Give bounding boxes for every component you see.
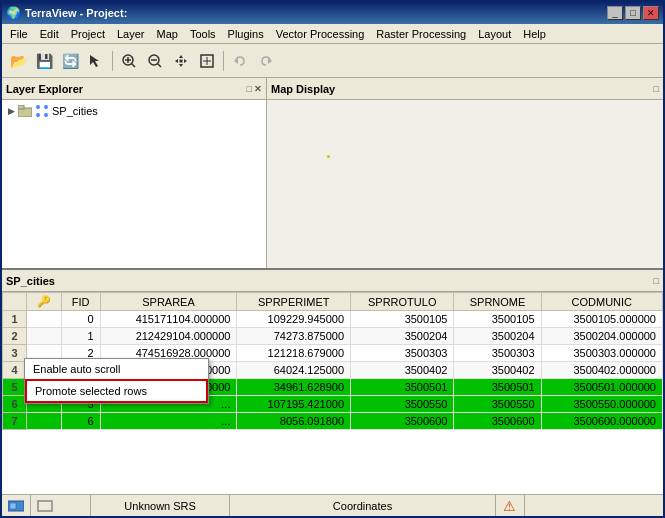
- row-sprperimet: 107195.421000: [237, 396, 351, 413]
- col-header-fid[interactable]: FID: [61, 293, 100, 311]
- status-icon-section-2: [31, 495, 91, 516]
- layer-panel-restore-button[interactable]: □: [247, 84, 252, 94]
- col-header-sprperimet[interactable]: SPRPERIMET: [237, 293, 351, 311]
- row-number: 7: [3, 413, 27, 430]
- col-header-sprarea[interactable]: SPRAREA: [100, 293, 237, 311]
- menu-bar: File Edit Project Layer Map Tools Plugin…: [2, 24, 663, 44]
- svg-marker-8: [179, 64, 183, 67]
- svg-marker-10: [184, 59, 187, 63]
- col-header-codmunic[interactable]: CODMUNIC: [541, 293, 662, 311]
- expand-icon: ▶: [8, 106, 15, 116]
- menu-tools[interactable]: Tools: [184, 26, 222, 42]
- layer-panel-close-button[interactable]: ✕: [254, 84, 262, 94]
- status-left-icon: [8, 498, 24, 514]
- zoom-in-button[interactable]: [117, 49, 141, 73]
- map-panel-header: Map Display □: [267, 78, 663, 100]
- row-sprnome: 3500204: [454, 328, 541, 345]
- status-coords: Coordinates: [230, 495, 496, 516]
- table-restore-button[interactable]: □: [654, 276, 659, 286]
- table-row[interactable]: 1 0 415171104.000000 109229.945000 35001…: [3, 311, 663, 328]
- col-header-sprnome[interactable]: SPRNOME: [454, 293, 541, 311]
- status-warning-section: ⚠: [496, 495, 525, 516]
- menu-plugins[interactable]: Plugins: [222, 26, 270, 42]
- table-row[interactable]: 7 6 ... 8056.091800 3500600 3500600 3500…: [3, 413, 663, 430]
- status-srs: Unknown SRS: [91, 495, 230, 516]
- table-scroll[interactable]: 🔑 FID SPRAREA SPRPERIMET SPRROTULO SPRNO…: [2, 292, 663, 498]
- col-header-rownum: [3, 293, 27, 311]
- row-fid: 0: [61, 311, 100, 328]
- layer-vector-icon: [35, 104, 49, 118]
- row-sprperimet: 8056.091800: [237, 413, 351, 430]
- undo-button[interactable]: [228, 49, 252, 73]
- row-sprnome: 3500501: [454, 379, 541, 396]
- toolbar-separator-2: [223, 51, 224, 71]
- layer-group-icon: [18, 105, 32, 117]
- table-row[interactable]: 2 1 212429104.000000 74273.875000 350020…: [3, 328, 663, 345]
- status-right: [525, 495, 663, 516]
- minimize-button[interactable]: _: [607, 6, 623, 20]
- svg-rect-25: [38, 501, 52, 511]
- save-button[interactable]: 💾: [32, 49, 56, 73]
- row-key-cell: [27, 311, 61, 328]
- status-bar: Unknown SRS Coordinates ⚠: [2, 494, 663, 516]
- menu-raster-processing[interactable]: Raster Processing: [370, 26, 472, 42]
- context-menu: Enable auto scroll Promote selected rows: [24, 358, 209, 404]
- svg-marker-9: [175, 59, 178, 63]
- row-number: 1: [3, 311, 27, 328]
- window-title: TerraView - Project:: [25, 7, 127, 19]
- table-title: SP_cities: [6, 275, 55, 287]
- context-menu-auto-scroll[interactable]: Enable auto scroll: [25, 359, 208, 379]
- pan-button[interactable]: [169, 49, 193, 73]
- menu-vector-processing[interactable]: Vector Processing: [270, 26, 371, 42]
- map-panel-restore-button[interactable]: □: [654, 84, 659, 94]
- svg-point-19: [36, 105, 40, 109]
- svg-point-22: [44, 113, 48, 117]
- layer-name: SP_cities: [52, 105, 98, 117]
- reload-button[interactable]: 🔄: [58, 49, 82, 73]
- row-sprrotulo: 3500402: [351, 362, 454, 379]
- srs-label: Unknown SRS: [124, 500, 196, 512]
- toolbar: 📂 💾 🔄: [2, 44, 663, 78]
- row-codmunic: 3500600.000000: [541, 413, 662, 430]
- row-sprnome: 3500402: [454, 362, 541, 379]
- row-sprrotulo: 3500550: [351, 396, 454, 413]
- svg-rect-18: [18, 105, 24, 109]
- row-fid: 6: [61, 413, 100, 430]
- row-sprperimet: 74273.875000: [237, 328, 351, 345]
- zoom-out-button[interactable]: [143, 49, 167, 73]
- menu-edit[interactable]: Edit: [34, 26, 65, 42]
- row-sprarea: 415171104.000000: [100, 311, 237, 328]
- menu-layout[interactable]: Layout: [472, 26, 517, 42]
- svg-line-1: [132, 63, 136, 67]
- status-second-icon: [37, 498, 53, 514]
- map-panel-title: Map Display: [271, 83, 335, 95]
- svg-marker-7: [179, 55, 183, 58]
- redo-button[interactable]: [254, 49, 278, 73]
- row-sprperimet: 109229.945000: [237, 311, 351, 328]
- warning-icon: ⚠: [502, 498, 518, 514]
- menu-file[interactable]: File: [4, 26, 34, 42]
- row-key-cell: [27, 328, 61, 345]
- menu-help[interactable]: Help: [517, 26, 552, 42]
- zoom-extent-button[interactable]: [195, 49, 219, 73]
- col-header-sprrotulo[interactable]: SPRROTULO: [351, 293, 454, 311]
- table-container: SP_cities □ 🔑 FID SPRAREA SPRPERIMET: [2, 268, 663, 498]
- svg-point-21: [36, 113, 40, 117]
- select-button[interactable]: [84, 49, 108, 73]
- map-point: [327, 155, 330, 158]
- menu-project[interactable]: Project: [65, 26, 111, 42]
- row-sprarea: ...: [100, 413, 237, 430]
- row-sprrotulo: 3500501: [351, 379, 454, 396]
- row-sprnome: 3500550: [454, 396, 541, 413]
- menu-map[interactable]: Map: [150, 26, 183, 42]
- row-sprnome: 3500600: [454, 413, 541, 430]
- maximize-button[interactable]: □: [625, 6, 641, 20]
- row-codmunic: 3500550.000000: [541, 396, 662, 413]
- menu-layer[interactable]: Layer: [111, 26, 151, 42]
- open-button[interactable]: 📂: [6, 49, 30, 73]
- row-sprnome: 3500303: [454, 345, 541, 362]
- row-sprperimet: 34961.628900: [237, 379, 351, 396]
- close-button[interactable]: ✕: [643, 6, 659, 20]
- layer-item[interactable]: ▶ SP_cities: [4, 102, 264, 120]
- context-menu-promote-rows[interactable]: Promote selected rows: [25, 379, 208, 403]
